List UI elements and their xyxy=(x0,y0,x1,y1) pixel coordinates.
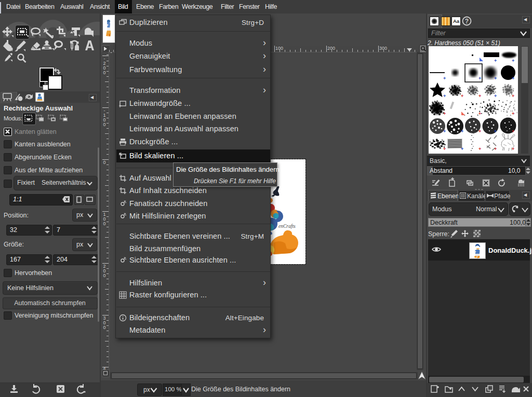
svg-text:+: + xyxy=(512,129,514,134)
svg-text:+: + xyxy=(494,93,497,99)
svg-text:+: + xyxy=(494,129,497,134)
svg-text:+: + xyxy=(512,146,514,152)
svg-text:+: + xyxy=(443,76,446,81)
svg-text:+: + xyxy=(461,129,463,134)
svg-text:+: + xyxy=(512,76,514,81)
svg-text:+: + xyxy=(443,93,446,99)
svg-text:+: + xyxy=(494,76,497,81)
svg-text:+: + xyxy=(461,93,463,99)
svg-text:+: + xyxy=(478,111,481,116)
svg-text:+: + xyxy=(443,111,446,116)
svg-text:+: + xyxy=(461,146,463,152)
svg-text:+: + xyxy=(443,146,446,152)
svg-text:+: + xyxy=(443,129,446,134)
svg-text:+: + xyxy=(494,146,497,152)
svg-text:+: + xyxy=(494,58,497,63)
svg-text:enCrafts: enCrafts xyxy=(278,224,296,229)
svg-text:+: + xyxy=(478,129,481,134)
svg-text:+: + xyxy=(478,93,481,99)
svg-text:+: + xyxy=(478,146,481,152)
svg-text:+: + xyxy=(512,111,514,116)
svg-text:?: ? xyxy=(465,18,469,25)
svg-text:+: + xyxy=(478,76,481,81)
svg-text:+: + xyxy=(512,93,514,99)
svg-text:+: + xyxy=(512,58,514,63)
